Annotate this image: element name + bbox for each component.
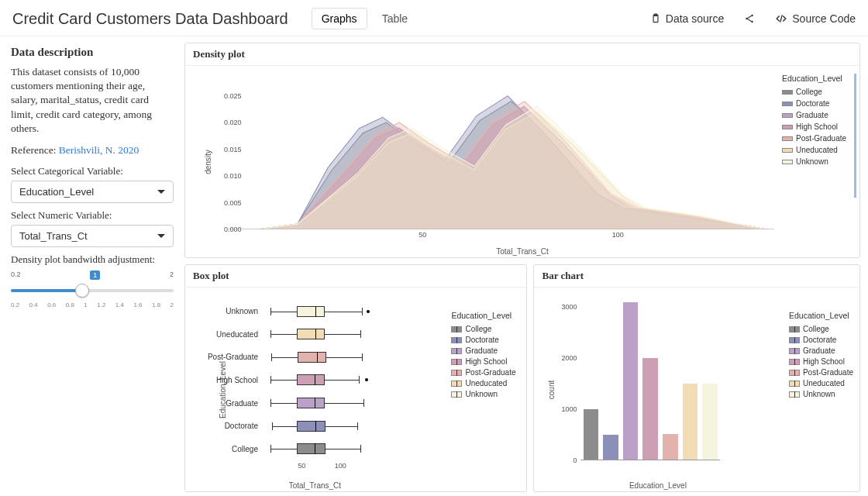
main-area: Density plot 0.0000.0050.0100.0150.0200.… (184, 36, 868, 496)
slider-thumb[interactable] (75, 284, 89, 298)
legend-item: High School (789, 357, 853, 366)
tab-graphs[interactable]: Graphs (312, 8, 367, 29)
density-xlabel: Total_Trans_Ct (496, 247, 548, 256)
sidebar-heading: Data description (11, 46, 174, 59)
density-title: Density plot (185, 43, 859, 66)
cat-var-select[interactable]: Education_Level (11, 181, 174, 203)
dataset-reference: Reference: Berishvili, N. 2020 (11, 143, 174, 157)
bar (702, 384, 717, 460)
legend-item: Doctorate (789, 336, 853, 344)
share-button[interactable] (744, 13, 755, 24)
box-category-label: Post-Graduate (208, 353, 263, 361)
legend-item: High School (451, 357, 515, 366)
view-tabs: Graphs Table (312, 8, 418, 29)
app-header: Credit Card Customers Data Dashboard Gra… (0, 0, 868, 36)
legend-title: Education_Level (451, 311, 515, 320)
box-category-label: College (232, 445, 263, 453)
cat-var-label: Select Categorical Variable: (11, 165, 174, 177)
legend-item: Uneducated (782, 146, 851, 154)
legend-item: Doctorate (782, 99, 851, 108)
data-source-link[interactable]: Data source (650, 12, 724, 25)
bar-ylabel: count (547, 380, 556, 398)
bar-chart: count 0100020003000 Education_Level Educ… (534, 288, 859, 491)
legend-item: Unknown (782, 157, 851, 166)
legend-item: Graduate (451, 346, 515, 355)
clipboard-icon (650, 13, 661, 24)
bar (623, 302, 638, 460)
share-icon (744, 13, 755, 24)
num-var-label: Select Numeric Variable: (11, 209, 174, 222)
box-xlabel: Total_Trans_Ct (289, 481, 341, 490)
data-source-label: Data source (666, 12, 724, 25)
sidebar: Data description This dataset consists o… (0, 36, 184, 496)
chevron-down-icon (157, 234, 165, 238)
legend-item: Unknown (451, 390, 515, 398)
legend-item: Graduate (789, 346, 853, 355)
legend-item: Post-Graduate (789, 368, 853, 377)
box-category-label: Uneducated (216, 330, 263, 339)
slider-value-badge: 1 (90, 270, 100, 280)
bar-xlabel: Education_Level (629, 481, 687, 490)
density-plot: 0.0000.0050.0100.0150.0200.025 50100 den… (185, 66, 859, 257)
legend-item: College (782, 88, 851, 96)
density-panel: Density plot 0.0000.0050.0100.0150.0200.… (184, 43, 860, 258)
slider-max: 2 (170, 270, 174, 280)
legend-item: Uneducated (451, 379, 515, 388)
bar (683, 384, 698, 460)
box-legend: Education_Level CollegeDoctorateGraduate… (451, 311, 515, 401)
bandwidth-label: Density plot bandwidth adjustment: (11, 253, 174, 266)
density-ylabel: density (204, 150, 212, 174)
source-code-link[interactable]: Source Code (775, 12, 856, 25)
legend-item: Unknown (789, 390, 853, 398)
box-plot: Education_Level UnknownUneducatedPost-Gr… (185, 288, 526, 491)
box-ylabel: Education_Level (219, 361, 227, 418)
box-category-label: Doctorate (225, 422, 263, 430)
bar (663, 434, 677, 460)
legend-item: College (451, 325, 515, 333)
box-category-label: High School (216, 376, 263, 384)
source-code-label: Source Code (792, 12, 856, 25)
slider-min: 0.2 (11, 270, 21, 280)
num-var-value: Total_Trans_Ct (19, 230, 88, 242)
legend-title: Education_Level (782, 74, 851, 83)
legend-item: Post-Graduate (782, 134, 851, 143)
code-icon (775, 13, 787, 24)
bar (603, 435, 618, 460)
box-panel: Box plot Education_Level UnknownUneducat… (184, 264, 527, 492)
bandwidth-slider[interactable]: 0.2 1 2 0.20.40.60.811.21.41.61.82 (11, 270, 174, 308)
bar-title: Bar chart (534, 265, 859, 288)
dataset-description: This dataset consists of 10,000 customer… (11, 65, 174, 136)
bar-panel: Bar chart count 0100020003000 Education_… (533, 264, 860, 492)
num-var-select[interactable]: Total_Trans_Ct (11, 225, 174, 247)
legend-item: Post-Graduate (451, 368, 515, 377)
cat-var-value: Education_Level (19, 186, 94, 198)
bar-legend: Education_Level CollegeDoctorateGraduate… (789, 311, 853, 401)
bar (584, 409, 598, 460)
bar (642, 358, 657, 460)
legend-item: High School (782, 122, 851, 131)
legend-title: Education_Level (789, 311, 853, 320)
box-category-label: Graduate (226, 399, 263, 408)
legend-item: Graduate (782, 111, 851, 119)
legend-item: College (789, 325, 853, 333)
slider-ticks: 0.20.40.60.811.21.41.61.82 (11, 301, 174, 308)
legend-item: Uneducated (789, 379, 853, 388)
box-category-label: Unknown (226, 307, 263, 315)
page-title: Credit Card Customers Data Dashboard (12, 10, 288, 28)
legend-item: Doctorate (451, 336, 515, 344)
reference-link[interactable]: Berishvili, N. 2020 (59, 144, 140, 156)
box-title: Box plot (185, 265, 526, 288)
tab-table[interactable]: Table (372, 8, 418, 29)
slider-track[interactable] (11, 280, 174, 301)
density-legend: Education_Level CollegeDoctorateGraduate… (782, 74, 856, 198)
chevron-down-icon (157, 190, 165, 194)
